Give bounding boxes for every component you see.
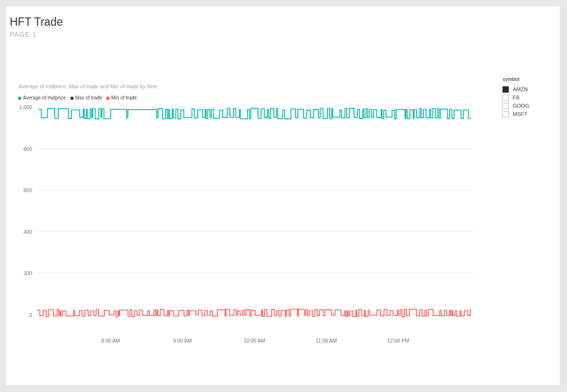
slicer-item-msft[interactable]: MSFT [502, 110, 551, 118]
slicer-item-label: MSFT [513, 111, 527, 117]
legend-label: Max of trade [75, 95, 102, 101]
x-axis-tick-label: 12:00 PM [388, 338, 409, 343]
legend-label: Min of trade [111, 95, 137, 101]
x-axis-tick-label: 9:00 AM [173, 338, 192, 343]
report-page: HFT Trade PAGE 1 Average of midprice, Ma… [6, 6, 560, 386]
x-axis-tick-label: 10:00 AM [243, 338, 265, 343]
legend-item-min-of-trade[interactable]: Min of trade [106, 95, 137, 101]
checkbox-fb-unchecked[interactable] [502, 95, 509, 101]
chart-legend: Average of midpriceMax of tradeMin of tr… [18, 95, 137, 101]
checkbox-msft-unchecked[interactable] [502, 111, 509, 117]
series-line-min-of-trade [37, 309, 471, 317]
page-subtitle: PAGE 1 [10, 31, 37, 39]
legend-item-average-of-midprice[interactable]: Average of midprice [18, 95, 66, 101]
x-axis-tick-label: 8:00 AM [101, 338, 120, 343]
checkbox-goog-unchecked[interactable] [502, 103, 509, 109]
legend-label: Average of midprice [23, 95, 66, 101]
slicer-item-label: GOOG [513, 103, 529, 109]
page-title: HFT Trade [10, 15, 63, 29]
line-chart-visual: Average of midprice, Max of trade and Mi… [17, 81, 476, 355]
x-axis-tick-label: 11:00 AM [316, 338, 337, 343]
slicer-item-amzn[interactable]: AMZN [502, 85, 551, 94]
legend-color-dot-icon [18, 97, 21, 100]
checkbox-amzn-checked[interactable] [502, 86, 509, 93]
slicer-title: symbol [502, 76, 551, 82]
slicer-item-goog[interactable]: GOOG [502, 102, 551, 110]
legend-color-dot-icon [70, 97, 74, 100]
symbol-slicer: symbol AMZNFBGOOGMSFT [502, 76, 551, 118]
slicer-item-label: AMZN [513, 86, 528, 93]
gridlines [37, 107, 474, 315]
legend-item-max-of-trade[interactable]: Max of trade [70, 95, 102, 101]
legend-color-dot-icon [106, 97, 110, 100]
slicer-item-label: FB [513, 95, 519, 101]
series-line-average-of-midprice [38, 108, 471, 119]
plot-area[interactable] [17, 102, 476, 333]
slicer-item-fb[interactable]: FB [502, 94, 551, 102]
chart-title: Average of midprice, Max of trade and Mi… [18, 83, 157, 90]
slicer-items: AMZNFBGOOGMSFT [502, 85, 551, 118]
